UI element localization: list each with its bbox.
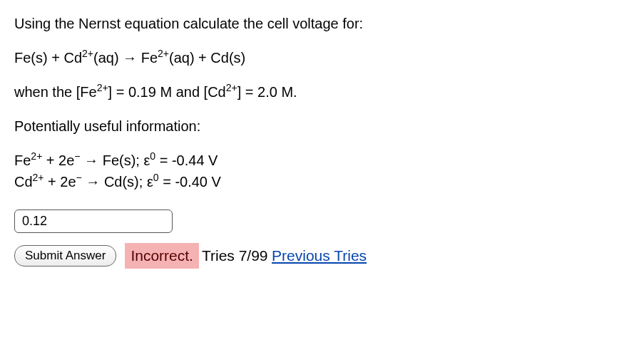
condition-part2: ] = 0.19 M and [Cd xyxy=(108,84,226,100)
charge-minus: − xyxy=(74,150,80,162)
charge-2plus: 2+ xyxy=(226,82,237,93)
info-header: Potentially useful information: xyxy=(14,115,630,137)
cd-post: = -0.40 V xyxy=(159,174,221,190)
footer-row: Submit Answer Incorrect. Tries 7/99 Prev… xyxy=(14,243,630,269)
cd-pre: Cd xyxy=(14,174,33,190)
fe-pre: Fe xyxy=(14,152,31,168)
fe-mid1: + 2e xyxy=(42,152,74,168)
sup-zero: 0 xyxy=(153,172,159,183)
reaction-part2: (aq) → Fe xyxy=(93,50,158,66)
charge-2plus: 2+ xyxy=(82,48,93,59)
condition-part3: ] = 2.0 M. xyxy=(237,84,297,100)
cd-mid2: → Cd(s); ε xyxy=(82,174,153,190)
reaction-part3: (aq) + Cd(s) xyxy=(169,50,245,66)
condition-part1: when the [Fe xyxy=(14,84,97,100)
cd-mid1: + 2e xyxy=(44,174,76,190)
charge-minus: − xyxy=(76,172,82,183)
answer-input[interactable] xyxy=(14,209,173,233)
submit-answer-button[interactable]: Submit Answer xyxy=(14,245,116,267)
tries-text: Tries 7/99 xyxy=(202,244,268,267)
reaction-equation: Fe(s) + Cd2+(aq) → Fe2+(aq) + Cd(s) xyxy=(14,47,630,68)
cd-half-reaction: Cd2+ + 2e− → Cd(s); ε0 = -0.40 V xyxy=(14,171,630,192)
previous-tries-link[interactable]: Previous Tries xyxy=(272,244,367,267)
sup-zero: 0 xyxy=(150,150,155,162)
charge-2plus: 2+ xyxy=(97,82,108,93)
charge-2plus: 2+ xyxy=(31,150,42,162)
conditions-text: when the [Fe2+] = 0.19 M and [Cd2+] = 2.… xyxy=(14,81,630,103)
fe-mid2: → Fe(s); ε xyxy=(81,152,150,168)
question-prompt: Using the Nernst equation calculate the … xyxy=(14,13,630,34)
charge-2plus: 2+ xyxy=(33,172,44,183)
fe-post: = -0.44 V xyxy=(155,152,218,168)
fe-half-reaction: Fe2+ + 2e− → Fe(s); ε0 = -0.44 V xyxy=(14,150,630,171)
incorrect-badge: Incorrect. xyxy=(125,243,199,269)
reaction-part1: Fe(s) + Cd xyxy=(14,50,82,66)
charge-2plus: 2+ xyxy=(158,48,169,59)
